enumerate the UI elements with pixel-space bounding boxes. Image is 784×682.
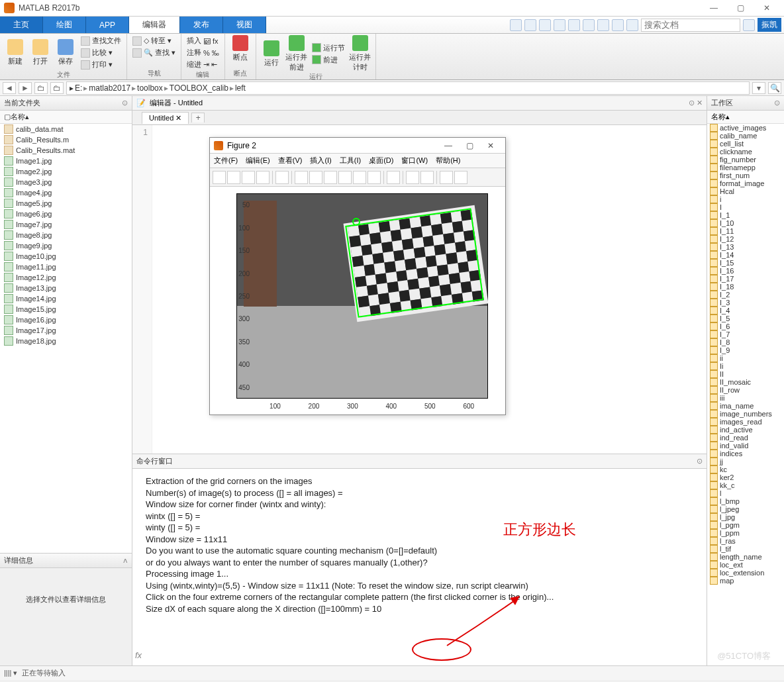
workspace-var[interactable]: first_num <box>707 171 784 179</box>
panel-menu-icon[interactable]: ⊙ <box>122 99 128 107</box>
workspace-var[interactable]: I_15 <box>707 259 784 267</box>
workspace-var[interactable]: cell_list <box>707 140 784 148</box>
file-item[interactable]: Image5.jpg <box>0 198 132 209</box>
figure-menu-item[interactable]: 查看(V) <box>278 156 303 166</box>
quick-icon[interactable] <box>554 19 565 31</box>
workspace-var[interactable]: Hcal <box>707 187 784 195</box>
zoom-out-icon[interactable] <box>309 171 322 184</box>
workspace-var[interactable]: kk_c <box>707 481 784 489</box>
workspace-var[interactable]: I_3 <box>707 299 784 307</box>
file-item[interactable]: Image15.jpg <box>0 304 132 315</box>
workspace-var[interactable]: indices <box>707 450 784 458</box>
workspace-var[interactable]: I_9 <box>707 346 784 354</box>
workspace-var[interactable]: II_mosaic <box>707 378 784 386</box>
datatip-icon[interactable] <box>353 171 366 184</box>
workspace-list[interactable]: 名称 ▴ active_imagescalib_namecell_listcli… <box>707 111 784 665</box>
quick-icon[interactable] <box>524 19 536 31</box>
workspace-var[interactable]: II_row <box>707 386 784 394</box>
figure-menu-item[interactable]: 帮助(H) <box>436 156 460 166</box>
workspace-var[interactable]: I_12 <box>707 235 784 243</box>
workspace-var[interactable]: l_jpg <box>707 513 784 521</box>
figure-menu-item[interactable]: 编辑(E) <box>246 156 270 166</box>
back-button[interactable]: ◄ <box>3 82 16 94</box>
open-button[interactable]: 打开 <box>29 39 52 66</box>
save-figure-icon[interactable] <box>242 171 255 184</box>
workspace-var[interactable]: clickname <box>707 148 784 156</box>
workspace-var[interactable]: iii <box>707 394 784 402</box>
breakpoints-button[interactable]: 断点 <box>229 35 252 62</box>
workspace-var[interactable]: kc <box>707 465 784 473</box>
file-item[interactable]: Image2.jpg <box>0 166 132 177</box>
workspace-var[interactable]: ii <box>707 354 784 362</box>
workspace-var[interactable]: I_16 <box>707 267 784 275</box>
workspace-var[interactable]: I_17 <box>707 275 784 283</box>
workspace-var[interactable]: jj <box>707 458 784 465</box>
workspace-var[interactable]: images_read <box>707 418 784 426</box>
run-button[interactable]: 运行 <box>260 40 283 68</box>
quick-icon[interactable] <box>612 19 624 31</box>
workspace-var[interactable]: loc_extension <box>707 569 784 577</box>
save-button[interactable]: 保存 <box>54 39 77 66</box>
dock2-icon[interactable] <box>454 171 467 184</box>
workspace-var[interactable]: ind_valid <box>707 442 784 450</box>
collapse-icon[interactable]: ʌ <box>123 556 128 565</box>
quick-icon[interactable] <box>539 19 551 31</box>
file-item[interactable]: Image8.jpg <box>0 230 132 240</box>
workspace-var[interactable]: I_11 <box>707 227 784 235</box>
figure-window[interactable]: Figure 2 — ▢ ✕ 文件(F)编辑(E)查看(V)插入(I)工具(I)… <box>209 137 506 415</box>
file-item[interactable]: calib_data.mat <box>0 124 132 134</box>
file-item[interactable]: Image18.jpg <box>0 336 132 346</box>
new-tab-button[interactable]: + <box>191 113 205 122</box>
workspace-var[interactable]: I_13 <box>707 243 784 251</box>
file-item[interactable]: Image12.jpg <box>0 272 132 283</box>
figure-menu-item[interactable]: 工具(I) <box>340 156 361 166</box>
pan-icon[interactable] <box>324 171 337 184</box>
tab-home[interactable]: 主页 <box>0 17 43 33</box>
workspace-var[interactable]: II <box>707 370 784 378</box>
run-time-button[interactable]: 运行并计时 <box>349 35 371 72</box>
workspace-var[interactable]: I_10 <box>707 219 784 227</box>
path-dropdown[interactable]: ▾ <box>752 82 765 94</box>
file-item[interactable]: Image4.jpg <box>0 187 132 198</box>
workspace-var[interactable]: I_18 <box>707 283 784 291</box>
workspace-var[interactable]: I_7 <box>707 330 784 338</box>
editor-tab[interactable]: Untitled ✕ <box>142 112 189 124</box>
quick-icon[interactable] <box>597 19 609 31</box>
minimize-button[interactable]: — <box>701 3 727 13</box>
brush-icon[interactable] <box>368 171 381 184</box>
search-docs-input[interactable] <box>641 19 740 32</box>
search-icon[interactable] <box>743 19 755 31</box>
workspace-var[interactable]: calib_name <box>707 132 784 140</box>
run-advance-button[interactable]: 运行并前进 <box>285 35 308 72</box>
file-item[interactable]: Image13.jpg <box>0 283 132 293</box>
workspace-var[interactable]: l_jpeg <box>707 505 784 513</box>
find-files-button[interactable]: 查找文件 <box>79 35 122 46</box>
workspace-var[interactable]: i <box>707 195 784 203</box>
workspace-var[interactable]: I_14 <box>707 251 784 259</box>
tab-plots[interactable]: 绘图 <box>43 17 86 33</box>
workspace-var[interactable]: image_numbers <box>707 410 784 418</box>
ws-menu-icon[interactable]: ⊙ <box>774 99 780 107</box>
path-input[interactable]: ▸ E:▸ matlab2017▸ toolbox▸ TOOLBOX_calib… <box>66 81 750 95</box>
column-header[interactable]: ▢ 名称 ▴ <box>0 111 132 124</box>
new-figure-icon[interactable] <box>213 171 226 184</box>
workspace-var[interactable]: ind_active <box>707 426 784 434</box>
run-section-button[interactable]: 运行节 <box>311 42 346 54</box>
file-item[interactable]: Image11.jpg <box>0 262 132 272</box>
print-figure-icon[interactable] <box>256 171 270 184</box>
workspace-var[interactable]: fig_number <box>707 156 784 164</box>
workspace-var[interactable]: Ii <box>707 362 784 370</box>
user-button[interactable]: 振凯 <box>758 18 781 32</box>
pointer-icon[interactable] <box>275 171 289 184</box>
tab-apps[interactable]: APP <box>86 17 129 33</box>
figure-menu-item[interactable]: 文件(F) <box>214 156 238 166</box>
comment-button[interactable]: 注释 % ‰ <box>185 47 220 58</box>
workspace-var[interactable]: filenamepp <box>707 164 784 171</box>
file-item[interactable]: Image10.jpg <box>0 251 132 262</box>
print-button[interactable]: 打印 ▾ <box>79 59 122 70</box>
workspace-var[interactable]: format_image <box>707 179 784 187</box>
figure-menu-item[interactable]: 窗口(W) <box>401 156 428 166</box>
figure-menu-item[interactable]: 桌面(D) <box>369 156 393 166</box>
workspace-var[interactable]: I_5 <box>707 315 784 322</box>
workspace-var[interactable]: loc_ext <box>707 561 784 569</box>
